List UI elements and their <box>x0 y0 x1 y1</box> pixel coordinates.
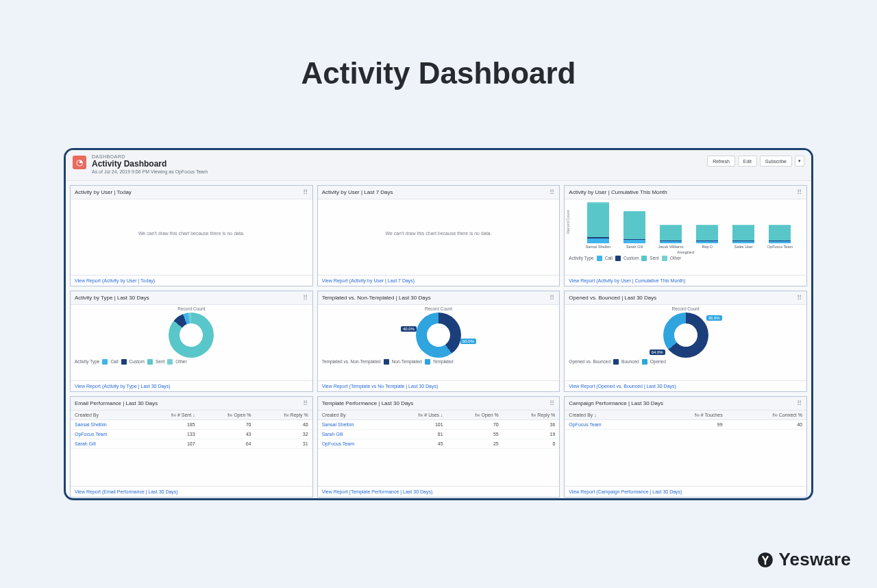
drag-handle-icon[interactable]: ⠿ <box>303 400 308 407</box>
view-report-link[interactable]: View Report (Template vs No Template | L… <box>322 384 438 389</box>
view-report-link[interactable]: View Report (Campaign Performance | Last… <box>569 489 682 494</box>
view-report-link[interactable]: View Report (Activity by User | Today) <box>75 278 155 283</box>
card-template-performance: Template Performance | Last 30 Days⠿ Cre… <box>317 396 560 498</box>
chart-legend: Templated vs. Non-Templated Non-Template… <box>318 358 560 366</box>
card-campaign-performance: Campaign Performance | Last 30 Days⠿ Cre… <box>564 396 807 498</box>
card-templated-vs: Templated vs. Non-Templated | Last 30 Da… <box>317 291 560 392</box>
card-title: Templated vs. Non-Templated | Last 30 Da… <box>322 295 431 301</box>
page-title: Activity Dashboard <box>0 56 877 90</box>
donut-title: Record Count <box>177 306 205 311</box>
card-title: Template Performance | Last 30 Days <box>322 400 414 406</box>
view-report-link[interactable]: View Report (Opened vs. Bounced | Last 3… <box>569 384 676 389</box>
dashboard-frame: ◔ DASHBOARD Activity Dashboard As of Jul… <box>64 148 813 500</box>
card-email-performance: Email Performance | Last 30 Days⠿ Create… <box>70 396 313 498</box>
slice-label: 40.0% <box>401 326 417 332</box>
donut-title: Record Count <box>672 306 700 311</box>
brand-name: Yesware <box>779 549 852 570</box>
card-activity-user-today: Activity by User | Today⠿ We can't draw … <box>70 185 313 286</box>
donut-chart <box>169 313 214 358</box>
card-title: Activity by User | Last 7 Days <box>322 189 393 195</box>
data-table: Created Byf∞ # Sent ↓f∞ Open %f∞ Reply %… <box>71 411 312 449</box>
yesware-logo-icon <box>757 552 774 568</box>
card-title: Activity by User | Today <box>75 189 132 195</box>
donut-chart: 36.0% 64.0% <box>663 313 708 358</box>
empty-message: We can't draw this chart because there i… <box>386 231 492 236</box>
view-report-link[interactable]: View Report (Activity by User | Last 7 D… <box>322 278 415 283</box>
drag-handle-icon[interactable]: ⠿ <box>303 188 308 196</box>
view-report-link[interactable]: View Report (Email Performance | Last 30… <box>75 489 178 494</box>
empty-message: We can't draw this chart because there i… <box>138 231 245 236</box>
gauge-icon: ◔ <box>73 156 86 169</box>
view-report-link[interactable]: View Report (Activity by Type | Last 30 … <box>75 384 171 389</box>
data-table: Created By ↓f∞ # Touchesf∞ Connect %OpFo… <box>565 411 806 430</box>
slice-label: 64.0% <box>650 350 665 355</box>
donut-chart: 40.0% 60.0% <box>416 313 461 358</box>
edit-button[interactable]: Edit <box>738 156 757 167</box>
card-title: Opened vs. Bounced | Last 30 Days <box>569 295 656 301</box>
card-opened-bounced: Opened vs. Bounced | Last 30 Days⠿ Recor… <box>564 291 807 392</box>
drag-handle-icon[interactable]: ⠿ <box>549 400 555 407</box>
slice-label: 36.0% <box>706 315 722 321</box>
card-activity-type-30: Activity by Type | Last 30 Days⠿ Record … <box>70 291 313 392</box>
data-table: Created Byf∞ # Uses ↓f∞ Open %f∞ Reply %… <box>318 411 560 449</box>
donut-title: Record Count <box>425 306 452 311</box>
view-report-link[interactable]: View Report (Template Performance | Last… <box>322 489 433 494</box>
view-report-link[interactable]: View Report (Activity by User | Cumulati… <box>569 278 685 283</box>
refresh-button[interactable]: Refresh <box>707 156 735 167</box>
brand-footer: Yesware <box>757 549 852 570</box>
drag-handle-icon[interactable]: ⠿ <box>797 400 802 407</box>
card-title: Activity by User | Cumulative This Month <box>569 189 667 195</box>
card-activity-user-7days: Activity by User | Last 7 Days⠿ We can't… <box>317 185 560 286</box>
drag-handle-icon[interactable]: ⠿ <box>797 188 802 196</box>
drag-handle-icon[interactable]: ⠿ <box>797 294 802 302</box>
drag-handle-icon[interactable]: ⠿ <box>303 294 308 302</box>
drag-handle-icon[interactable]: ⠿ <box>549 188 555 196</box>
chart-legend: Opened vs. Bounced Bounced Opened <box>565 358 806 366</box>
header-title: Activity Dashboard <box>92 160 208 169</box>
y-axis-label: Record Count <box>566 210 570 234</box>
chart-legend: Activity Type Call Custom Sent Other <box>71 358 312 366</box>
card-title: Activity by Type | Last 30 Days <box>75 295 149 301</box>
header-subtitle: As of Jul 24, 2019 9:06 PM Viewing as Op… <box>92 169 208 175</box>
more-actions-button[interactable]: ▾ <box>795 156 804 167</box>
subscribe-button[interactable]: Subscribe <box>760 156 792 167</box>
drag-handle-icon[interactable]: ⠿ <box>549 294 555 302</box>
card-activity-user-month: Activity by User | Cumulative This Month… <box>564 185 807 286</box>
dashboard-header: ◔ DASHBOARD Activity Dashboard As of Jul… <box>66 150 811 181</box>
card-title: Campaign Performance | Last 30 Days <box>569 400 663 406</box>
chart-legend: Activity Type Call Custom Sent Other <box>565 254 806 262</box>
bar-chart: Record Count Sansal ShelbinSarah GillJac… <box>565 199 806 249</box>
slice-label: 60.0% <box>460 339 476 344</box>
card-title: Email Performance | Last 30 Days <box>75 400 158 406</box>
